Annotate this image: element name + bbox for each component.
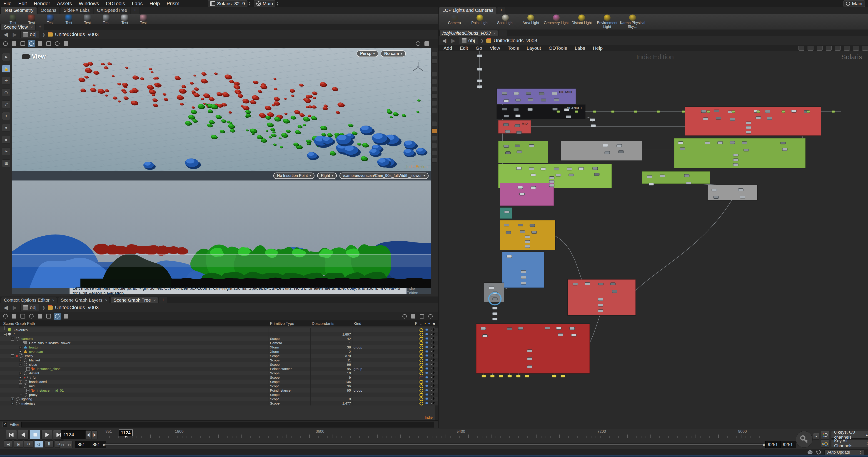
- network-node[interactable]: [517, 167, 522, 170]
- net-menu-odtools[interactable]: ODTools: [546, 45, 570, 51]
- ghost-prims-icon[interactable]: [62, 313, 69, 320]
- tree-view-icon[interactable]: [401, 313, 408, 320]
- key-options-dropdown[interactable]: ▼: [813, 433, 819, 439]
- power-toggle-icon[interactable]: [420, 384, 423, 388]
- solo-dot-icon[interactable]: [431, 394, 432, 395]
- network-node[interactable]: [610, 283, 615, 285]
- range-step-forward-button[interactable]: ▶|: [66, 441, 72, 448]
- visibility-eye-icon[interactable]: [425, 397, 428, 400]
- scene-viewport[interactable]: ➤🔒✛◴⤢✦●◆☀▦ View Persp▾ No cam▾ Indie Edi…: [0, 48, 438, 294]
- menu-odtools[interactable]: ODTools: [102, 1, 128, 7]
- solo-dot-icon[interactable]: [431, 360, 432, 361]
- tree-row-close[interactable]: −closeScope96: [0, 362, 438, 367]
- network-node[interactable]: [649, 183, 654, 186]
- solo-dot-icon[interactable]: [431, 342, 432, 344]
- network-editor[interactable]: Indie Edition Solaris DISTANTBLANKETMID: [438, 51, 868, 429]
- shelf-tool-physical-sky[interactable]: Karma Physical Sky…: [620, 14, 645, 29]
- tree-row-frustum[interactable]: +frustumXform38group: [0, 345, 438, 349]
- breadcrumb-context[interactable]: obj: [21, 31, 39, 38]
- shelf-tab-lop-lights-and-cameras[interactable]: LOP Lights and Cameras: [439, 7, 497, 13]
- tab-close-icon[interactable]: ×: [30, 25, 32, 29]
- expand-toggle-icon[interactable]: +: [26, 367, 30, 371]
- network-node[interactable]: [504, 224, 509, 226]
- network-node[interactable]: [660, 174, 665, 177]
- show-deactivated-icon[interactable]: [10, 313, 18, 320]
- rotate-icon[interactable]: ◴: [2, 89, 10, 96]
- network-node[interactable]: [678, 142, 683, 144]
- camera-menu-button[interactable]: No cam▾: [381, 51, 406, 57]
- network-node[interactable]: [603, 144, 608, 146]
- network-node[interactable]: [714, 110, 719, 112]
- power-toggle-icon[interactable]: [420, 402, 423, 405]
- secure-selection-lock-icon[interactable]: 🔒: [2, 65, 10, 73]
- normals-icon[interactable]: [432, 101, 437, 106]
- shelf-tool-environment-light[interactable]: Environment Light: [594, 14, 620, 29]
- network-node[interactable]: [571, 334, 577, 336]
- network-backdrop[interactable]: [476, 324, 590, 373]
- expand-pane-icon[interactable]: [432, 51, 437, 56]
- network-mini-node[interactable]: [832, 110, 835, 112]
- network-node[interactable]: [525, 245, 530, 248]
- tree-row-instancer_mid_01[interactable]: +instancer_mid_01PointInstancer95group: [0, 388, 438, 393]
- network-node[interactable]: [552, 92, 557, 95]
- visibility-eye-icon[interactable]: [425, 354, 428, 357]
- select-cursor-icon[interactable]: [433, 388, 435, 392]
- scene-graph-tree[interactable]: Indie Favorites−/1,897−cameraScope42Cam_…: [0, 326, 438, 420]
- network-node[interactable]: [477, 68, 482, 71]
- network-node[interactable]: [531, 231, 536, 234]
- radial-spinner[interactable]: ▲▼: [276, 2, 279, 6]
- collapse-tree-icon[interactable]: [2, 313, 9, 320]
- sg-help-icon[interactable]: [427, 313, 434, 320]
- network-flag-node[interactable]: [507, 375, 512, 377]
- network-node[interactable]: [525, 240, 530, 243]
- key-all-channels-dropdown[interactable]: Key All Channels▲▼: [831, 439, 868, 447]
- env-map-icon[interactable]: [432, 136, 437, 141]
- tab-scene-graph-layers[interactable]: Scene Graph Layers×: [58, 297, 110, 303]
- pin-pane-icon[interactable]: [432, 59, 437, 64]
- network-node[interactable]: [504, 211, 509, 213]
- range-end-field[interactable]: 9251: [780, 441, 796, 448]
- network-node[interactable]: [518, 224, 523, 226]
- viewport-settings-gear-icon[interactable]: [414, 40, 422, 47]
- visibility-eye-icon[interactable]: [425, 363, 428, 365]
- select-cursor-icon[interactable]: [433, 393, 435, 396]
- network-node[interactable]: [567, 168, 572, 170]
- select-arrow-icon[interactable]: ➤: [2, 53, 10, 61]
- power-toggle-icon[interactable]: [420, 397, 423, 401]
- net-menu-labs[interactable]: Labs: [571, 45, 588, 51]
- header-kind[interactable]: Kind: [353, 322, 361, 326]
- box-select-icon[interactable]: [36, 40, 43, 47]
- network-mini-node[interactable]: [707, 110, 710, 112]
- memory-brain-icon[interactable]: [807, 450, 813, 455]
- solo-dot-icon[interactable]: [431, 347, 432, 348]
- network-node[interactable]: [569, 174, 574, 176]
- sg-nav-forward-icon[interactable]: ▶: [11, 304, 18, 311]
- menu-assets[interactable]: Assets: [54, 1, 75, 7]
- network-node[interactable]: [765, 110, 770, 112]
- header-l[interactable]: L: [420, 322, 422, 326]
- network-node[interactable]: [686, 182, 691, 184]
- network-node[interactable]: [527, 358, 532, 360]
- persp-menu-button[interactable]: Persp▾: [356, 51, 378, 57]
- sg-breadcrumb-context[interactable]: obj: [21, 304, 39, 311]
- info-icon[interactable]: [36, 313, 43, 320]
- collapse-toggle-icon[interactable]: −: [11, 337, 14, 340]
- network-mini-node[interactable]: [732, 110, 735, 112]
- solo-dot-icon[interactable]: [431, 334, 432, 335]
- select-tool-icon[interactable]: [10, 40, 18, 47]
- network-node[interactable]: [782, 148, 787, 151]
- network-node[interactable]: [594, 173, 599, 176]
- network-node[interactable]: [554, 99, 559, 101]
- network-node[interactable]: [730, 141, 735, 144]
- select-cursor-icon[interactable]: [433, 371, 435, 374]
- network-node[interactable]: [521, 276, 526, 279]
- network-node[interactable]: [520, 193, 524, 195]
- network-node[interactable]: [515, 144, 520, 147]
- expand-toggle-icon[interactable]: +: [26, 389, 30, 392]
- network-node[interactable]: [528, 108, 533, 111]
- network-flag-node[interactable]: [499, 375, 503, 377]
- network-node[interactable]: [733, 163, 738, 166]
- expand-toggle-icon[interactable]: +: [19, 380, 22, 384]
- select-cursor-icon[interactable]: [433, 341, 435, 344]
- header-eye-icon[interactable]: ●: [428, 321, 430, 326]
